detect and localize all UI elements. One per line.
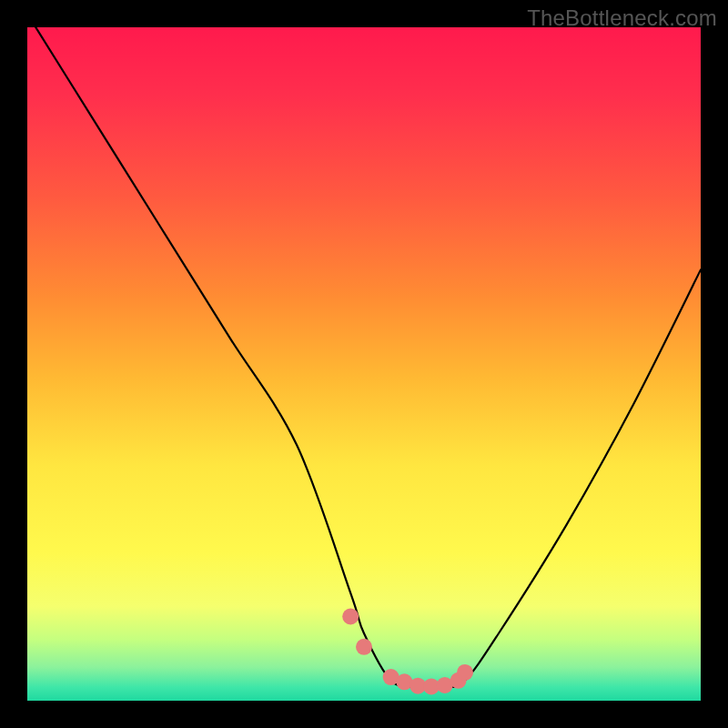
marker-dot [342, 609, 359, 625]
marker-dot [457, 664, 473, 681]
marker-dot [356, 639, 372, 655]
plot-area [27, 27, 701, 701]
bottleneck-curve [27, 27, 701, 688]
plot-svg [27, 27, 701, 701]
marker-group [342, 609, 473, 695]
